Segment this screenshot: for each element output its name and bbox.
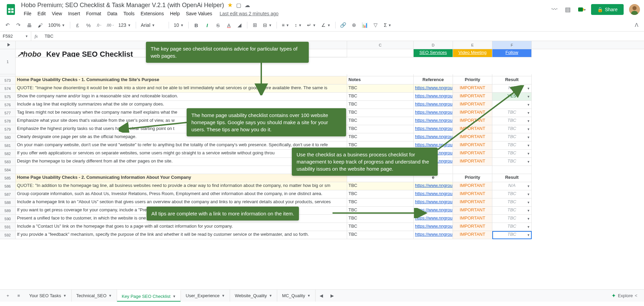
scroll-left-button[interactable]: ◀	[316, 291, 326, 301]
comments-icon[interactable]: ▤	[564, 5, 572, 14]
paint-format-button[interactable]: 🖌	[35, 20, 45, 30]
tab-menu-icon[interactable]: ▼	[63, 294, 67, 298]
format-select[interactable]: 123▼	[116, 22, 133, 28]
cell-result[interactable]: TBC▼	[492, 125, 532, 133]
print-button[interactable]: 🖶	[24, 20, 34, 30]
cell-result[interactable]: TBC▼	[492, 141, 532, 150]
row-header-1[interactable]: 1	[0, 49, 16, 74]
cell-priority[interactable]: IMPORTANT	[453, 223, 492, 231]
select-all-corner[interactable]	[0, 41, 16, 49]
seo-services-link[interactable]: SEO Services	[414, 49, 453, 57]
menu-tools[interactable]: Tools	[121, 9, 137, 18]
dropdown-icon[interactable]: ▼	[527, 119, 530, 123]
font-select[interactable]: Arial▼	[139, 22, 166, 28]
add-sheet-button[interactable]: +	[3, 291, 13, 301]
cell-result[interactable]: ▼	[492, 101, 532, 109]
cell-text[interactable]: Show the company name and/or logo in a r…	[16, 93, 347, 101]
cell-notes[interactable]: TBC	[347, 223, 414, 231]
row-header[interactable]: 587	[0, 190, 16, 198]
dropdown-icon[interactable]: ▼	[527, 217, 530, 221]
row-header[interactable]: 586	[0, 182, 16, 190]
dropdown-icon[interactable]: ▼	[527, 160, 530, 164]
cell-result[interactable]: TBC▼	[492, 190, 532, 198]
all-sheets-button[interactable]: ≡	[14, 291, 24, 301]
dropdown-icon[interactable]: ▼	[527, 193, 530, 196]
cell-priority[interactable]: IMPORTANT	[453, 109, 492, 117]
cell-priority[interactable]: IMPORTANT	[453, 158, 492, 166]
cell-notes[interactable]: TBC	[347, 93, 414, 101]
menu-insert[interactable]: Insert	[65, 9, 83, 18]
cell-reference-link[interactable]: https://www.nngrou	[414, 207, 453, 215]
dropdown-icon[interactable]: ▼	[527, 209, 530, 212]
cell-text[interactable]: Home Page Usability Checks - 1. Communic…	[16, 76, 347, 84]
cell-reference-link[interactable]: https://www.nngrou	[414, 101, 453, 109]
cell-reference-link[interactable]: https://www.nngrou	[414, 93, 453, 101]
chart-button[interactable]: 📊	[360, 20, 370, 30]
cloud-status-icon[interactable]: ☁	[245, 2, 250, 8]
sheet-tab[interactable]: Website_Quality▼	[230, 290, 277, 302]
link-button[interactable]: 🔗	[338, 20, 348, 30]
cell-priority[interactable]: IMPORTANT	[453, 231, 492, 239]
cell-notes[interactable]: TBC	[347, 207, 414, 215]
cell-notes[interactable]: TBC	[347, 182, 414, 190]
cell-reference-link[interactable]: https://www.nngrou	[414, 109, 453, 117]
scroll-right-button[interactable]: ▶	[327, 291, 337, 301]
move-icon[interactable]: ▢	[236, 2, 241, 8]
cell-priority[interactable]: IMPORTANT	[453, 141, 492, 150]
cell-text[interactable]: QUOTE: "Imagine how disorienting it woul…	[16, 84, 347, 93]
cell-reference-link[interactable]: https://www.nngrou	[414, 125, 453, 133]
comment-button[interactable]: ⊕	[349, 20, 359, 30]
cell-reference-link[interactable]: https://www.nngrou	[414, 182, 453, 190]
cell-notes[interactable]: TBC	[347, 231, 414, 239]
toolbar-collapse-button[interactable]: ᐱ	[632, 20, 641, 30]
sheet-tab[interactable]: Key Page SEO Checklist▼	[117, 290, 181, 302]
cell-reference-link[interactable]: https://www.nngrou	[414, 223, 453, 231]
valign-button[interactable]: ↕▼	[292, 22, 304, 28]
cell-reference-link[interactable]: https://www.nngrou	[414, 117, 453, 125]
cell-priority[interactable]: IMPORTANT	[453, 182, 492, 190]
merge-button[interactable]: ⊟▼	[261, 22, 274, 28]
menu-extensions[interactable]: Extensions	[138, 9, 166, 18]
percent-button[interactable]: %	[84, 20, 93, 30]
cell-priority[interactable]: IMPORTANT	[453, 117, 492, 125]
tab-menu-icon[interactable]: ▼	[172, 294, 176, 298]
cell-result[interactable]: N/A▼	[492, 84, 532, 93]
rotate-button[interactable]: ∠▼	[319, 22, 333, 28]
video-meeting-link[interactable]: Video Meeting	[453, 49, 492, 57]
cell-priority[interactable]: IMPORTANT	[453, 215, 492, 223]
dropdown-icon[interactable]: ▼	[527, 103, 530, 107]
dec-increase-button[interactable]: .00→	[106, 20, 115, 30]
cell-result[interactable]: TBC▼	[492, 158, 532, 166]
dec-decrease-button[interactable]: .0←	[95, 20, 104, 30]
menu-save-values[interactable]: Save Values	[183, 9, 215, 18]
cell-notes[interactable]: TBC	[347, 190, 414, 198]
font-size-select[interactable]: 10▼	[172, 22, 186, 28]
row-header[interactable]: 580	[0, 133, 16, 141]
strike-button[interactable]: S	[213, 20, 223, 30]
dropdown-icon[interactable]: ▼	[527, 185, 530, 188]
cell-prio-header[interactable]: Priority	[453, 174, 492, 182]
cell-notes[interactable]: TBC	[347, 198, 414, 207]
row-header[interactable]: 585	[0, 174, 16, 182]
dropdown-icon[interactable]: ▼	[527, 233, 530, 237]
dropdown-icon[interactable]: ▼	[527, 144, 530, 147]
cell-result[interactable]: TBC▼	[492, 117, 532, 125]
cell-priority[interactable]: IMPORTANT	[453, 133, 492, 141]
cell-notes[interactable]: TBC	[347, 133, 414, 141]
menu-help[interactable]: Help	[167, 9, 183, 18]
dropdown-icon[interactable]: ▼	[527, 111, 530, 115]
cell-res-header[interactable]: Result	[492, 174, 532, 182]
filter-button[interactable]: ▽	[371, 20, 380, 30]
cell-result[interactable]: TBC▼	[492, 215, 532, 223]
row-header[interactable]: 589	[0, 207, 16, 215]
last-edit-link[interactable]: Last edit was 2 minutes ago	[220, 11, 279, 16]
cell-text[interactable]: Include a "Contact Us" link on the homep…	[16, 223, 347, 231]
cell-notes[interactable]: TBC	[347, 117, 414, 125]
italic-button[interactable]: I	[202, 20, 212, 30]
sheet-tab[interactable]: User_Experience▼	[181, 290, 230, 302]
cell-notes[interactable]: TBC	[347, 125, 414, 133]
row-header[interactable]: 583	[0, 158, 16, 166]
cell-reference-link[interactable]: https://www.nngrou	[414, 133, 453, 141]
fill-color-button[interactable]: ◢	[235, 20, 244, 30]
undo-button[interactable]: ↶	[3, 20, 12, 30]
